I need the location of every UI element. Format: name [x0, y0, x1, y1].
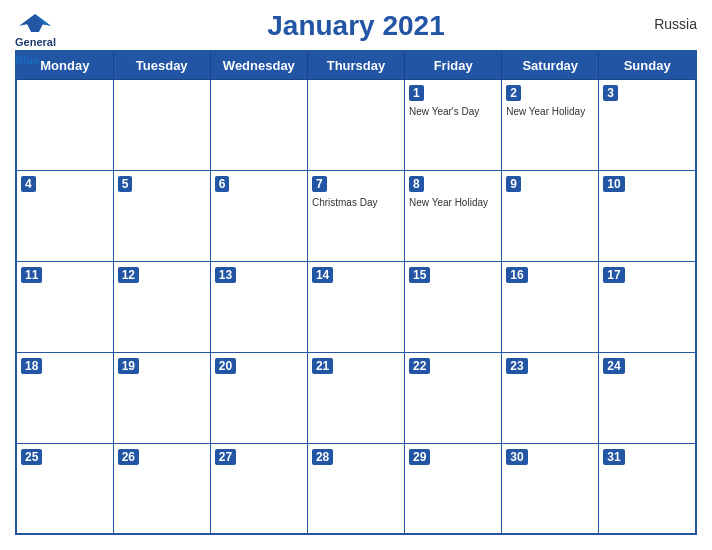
calendar-week-row: 11121314151617: [16, 261, 696, 352]
calendar-cell: 14: [307, 261, 404, 352]
logo-text: General Blue: [15, 32, 56, 68]
day-number: 19: [118, 358, 139, 374]
day-number: 23: [506, 358, 527, 374]
calendar-cell: 2New Year Holiday: [502, 80, 599, 171]
col-friday: Friday: [405, 51, 502, 80]
day-number: 29: [409, 449, 430, 465]
calendar-cell: 20: [210, 352, 307, 443]
day-number: 28: [312, 449, 333, 465]
calendar-cell: 31: [599, 443, 696, 534]
day-number: 8: [409, 176, 424, 192]
calendar-cell: 30: [502, 443, 599, 534]
day-number: 5: [118, 176, 133, 192]
country-label: Russia: [654, 16, 697, 32]
day-number: 30: [506, 449, 527, 465]
calendar-body: 1New Year's Day2New Year Holiday34567Chr…: [16, 80, 696, 535]
day-number: 21: [312, 358, 333, 374]
calendar-cell: 24: [599, 352, 696, 443]
day-number: 14: [312, 267, 333, 283]
calendar-cell: 8New Year Holiday: [405, 170, 502, 261]
day-event: Christmas Day: [312, 196, 400, 209]
calendar-cell: 6: [210, 170, 307, 261]
calendar-cell: 23: [502, 352, 599, 443]
calendar-cell: 15: [405, 261, 502, 352]
day-number: 17: [603, 267, 624, 283]
col-tuesday: Tuesday: [113, 51, 210, 80]
calendar-cell: 11: [16, 261, 113, 352]
day-number: 27: [215, 449, 236, 465]
calendar-container: General Blue January 2021 Russia Monday …: [0, 0, 712, 550]
day-number: 1: [409, 85, 424, 101]
day-number: 4: [21, 176, 36, 192]
calendar-cell: 29: [405, 443, 502, 534]
day-event: New Year Holiday: [506, 105, 594, 118]
calendar-cell: [307, 80, 404, 171]
calendar-cell: 17: [599, 261, 696, 352]
day-number: 12: [118, 267, 139, 283]
calendar-cell: 28: [307, 443, 404, 534]
day-number: 26: [118, 449, 139, 465]
calendar-cell: 5: [113, 170, 210, 261]
calendar-cell: 18: [16, 352, 113, 443]
day-number: 15: [409, 267, 430, 283]
calendar-cell: 4: [16, 170, 113, 261]
calendar-cell: 7Christmas Day: [307, 170, 404, 261]
calendar-cell: 26: [113, 443, 210, 534]
calendar-cell: 19: [113, 352, 210, 443]
day-number: 22: [409, 358, 430, 374]
weekday-header-row: Monday Tuesday Wednesday Thursday Friday…: [16, 51, 696, 80]
day-number: 3: [603, 85, 618, 101]
calendar-cell: 21: [307, 352, 404, 443]
day-number: 16: [506, 267, 527, 283]
calendar-cell: 22: [405, 352, 502, 443]
day-number: 6: [215, 176, 230, 192]
logo-bird-icon: [15, 10, 55, 32]
calendar-cell: 10: [599, 170, 696, 261]
logo: General Blue: [15, 10, 56, 68]
day-number: 24: [603, 358, 624, 374]
day-number: 20: [215, 358, 236, 374]
calendar-week-row: 25262728293031: [16, 443, 696, 534]
day-number: 2: [506, 85, 521, 101]
calendar-cell: 1New Year's Day: [405, 80, 502, 171]
day-event: New Year's Day: [409, 105, 497, 118]
day-number: 7: [312, 176, 327, 192]
calendar-week-row: 4567Christmas Day8New Year Holiday910: [16, 170, 696, 261]
col-saturday: Saturday: [502, 51, 599, 80]
col-thursday: Thursday: [307, 51, 404, 80]
page-title: January 2021: [267, 10, 444, 42]
calendar-cell: [210, 80, 307, 171]
day-number: 25: [21, 449, 42, 465]
day-event: New Year Holiday: [409, 196, 497, 209]
calendar-cell: [16, 80, 113, 171]
col-sunday: Sunday: [599, 51, 696, 80]
day-number: 13: [215, 267, 236, 283]
day-number: 31: [603, 449, 624, 465]
calendar-cell: 27: [210, 443, 307, 534]
calendar-cell: 3: [599, 80, 696, 171]
day-number: 18: [21, 358, 42, 374]
calendar-cell: 25: [16, 443, 113, 534]
day-number: 9: [506, 176, 521, 192]
calendar-header: General Blue January 2021 Russia: [15, 10, 697, 42]
calendar-cell: 16: [502, 261, 599, 352]
calendar-table: Monday Tuesday Wednesday Thursday Friday…: [15, 50, 697, 535]
calendar-cell: [113, 80, 210, 171]
day-number: 11: [21, 267, 42, 283]
calendar-week-row: 18192021222324: [16, 352, 696, 443]
calendar-cell: 12: [113, 261, 210, 352]
day-number: 10: [603, 176, 624, 192]
calendar-cell: 13: [210, 261, 307, 352]
calendar-week-row: 1New Year's Day2New Year Holiday3: [16, 80, 696, 171]
col-wednesday: Wednesday: [210, 51, 307, 80]
calendar-cell: 9: [502, 170, 599, 261]
